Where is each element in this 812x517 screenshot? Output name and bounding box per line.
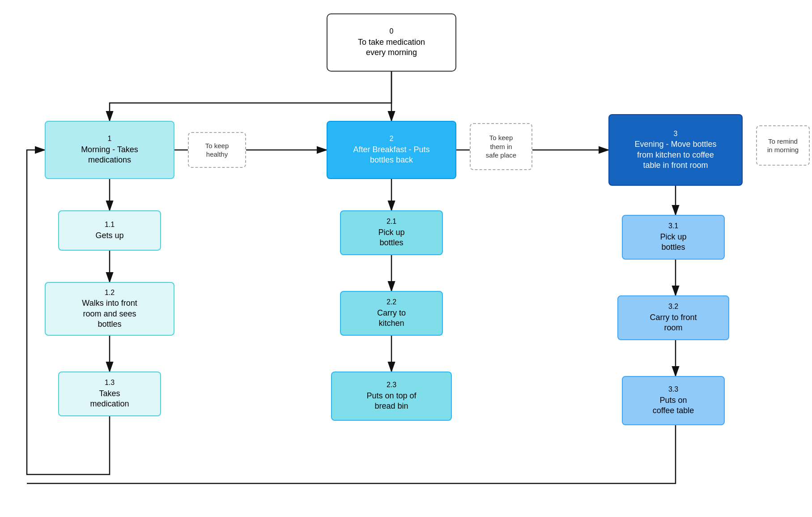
node-3-1-id: 3.1	[668, 222, 678, 231]
node-3: 3 Evening - Move bottlesfrom kitchen to …	[608, 114, 743, 186]
node-2-1: 2.1 Pick upbottles	[340, 210, 443, 255]
node-2-1-id: 2.1	[387, 217, 396, 226]
node-1-annotation: To keephealthy	[188, 132, 246, 168]
node-2-label: After Breakfast - Putsbottles back	[353, 145, 429, 166]
node-3-2-id: 3.2	[668, 302, 678, 312]
node-1: 1 Morning - Takesmedications	[45, 121, 174, 179]
node-2-2-label: Carry tokitchen	[377, 308, 406, 329]
node-2-3: 2.3 Puts on top ofbread bin	[331, 372, 452, 421]
node-3-1: 3.1 Pick upbottles	[622, 215, 725, 260]
node-2-id: 2	[390, 134, 394, 144]
node-root-id: 0	[390, 27, 394, 36]
node-2-2-id: 2.2	[387, 298, 396, 307]
node-3-3-id: 3.3	[668, 385, 678, 394]
node-2-2: 2.2 Carry tokitchen	[340, 291, 443, 336]
node-3-3-label: Puts oncoffee table	[653, 395, 694, 416]
node-1-3-id: 1.3	[105, 378, 115, 388]
node-1-1: 1.1 Gets up	[58, 210, 161, 251]
node-root-label: To take medicationevery morning	[358, 37, 425, 58]
node-1-3: 1.3 Takesmedication	[58, 372, 161, 416]
node-2-ann-label: To keepthem insafe place	[486, 133, 516, 160]
node-3-annotation: To remindin morning	[756, 125, 810, 166]
node-1-2-id: 1.2	[105, 288, 115, 298]
node-3-2-label: Carry to frontroom	[650, 312, 697, 333]
node-2: 2 After Breakfast - Putsbottles back	[327, 121, 456, 179]
node-3-1-label: Pick upbottles	[660, 232, 686, 253]
node-1-2-label: Walks into frontroom and seesbottles	[82, 298, 137, 329]
node-3-2: 3.2 Carry to frontroom	[617, 295, 729, 340]
node-3-ann-label: To remindin morning	[767, 137, 799, 154]
node-3-id: 3	[674, 129, 678, 139]
node-1-1-id: 1.1	[105, 220, 115, 230]
node-3-label: Evening - Move bottlesfrom kitchen to co…	[634, 139, 716, 171]
node-2-3-label: Puts on top ofbread bin	[366, 391, 416, 412]
node-1-id: 1	[108, 134, 112, 144]
diagram-container: 0 To take medicationevery morning 1 Morn…	[0, 0, 812, 517]
node-root: 0 To take medicationevery morning	[327, 13, 456, 72]
node-1-ann-label: To keephealthy	[205, 141, 229, 159]
node-1-1-label: Gets up	[95, 231, 123, 241]
node-3-3: 3.3 Puts oncoffee table	[622, 376, 725, 425]
node-1-2: 1.2 Walks into frontroom and seesbottles	[45, 282, 174, 336]
node-1-3-label: Takesmedication	[90, 389, 129, 410]
node-2-3-id: 2.3	[387, 380, 396, 390]
node-2-annotation: To keepthem insafe place	[470, 123, 532, 170]
node-1-label: Morning - Takesmedications	[81, 145, 138, 166]
node-2-1-label: Pick upbottles	[378, 227, 404, 248]
